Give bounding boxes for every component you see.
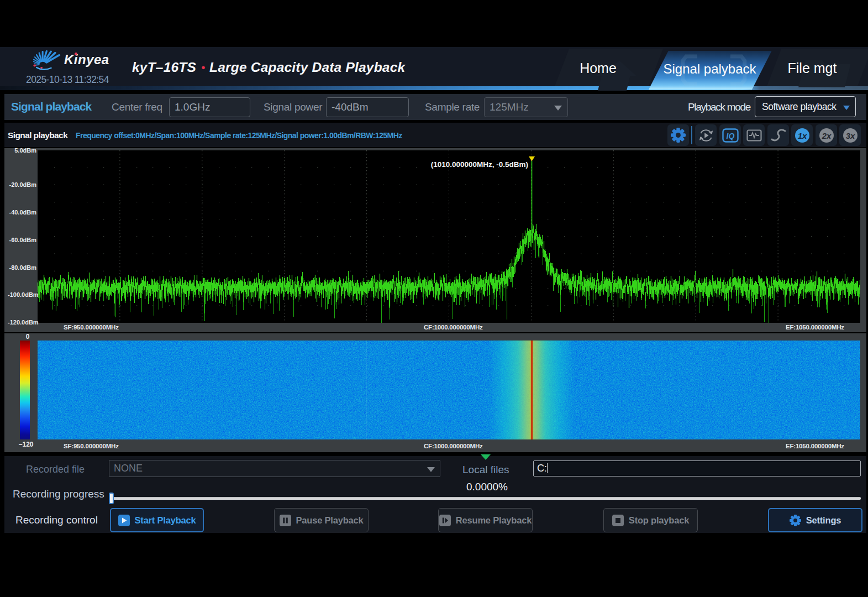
svg-text:2x: 2x — [821, 130, 831, 140]
svg-text:1x: 1x — [797, 130, 807, 140]
svg-text:IQ: IQ — [726, 131, 734, 140]
svg-text:3x: 3x — [845, 130, 855, 140]
svg-text:(1010.000000MHz, -0.5dBm): (1010.000000MHz, -0.5dBm) — [431, 160, 528, 169]
